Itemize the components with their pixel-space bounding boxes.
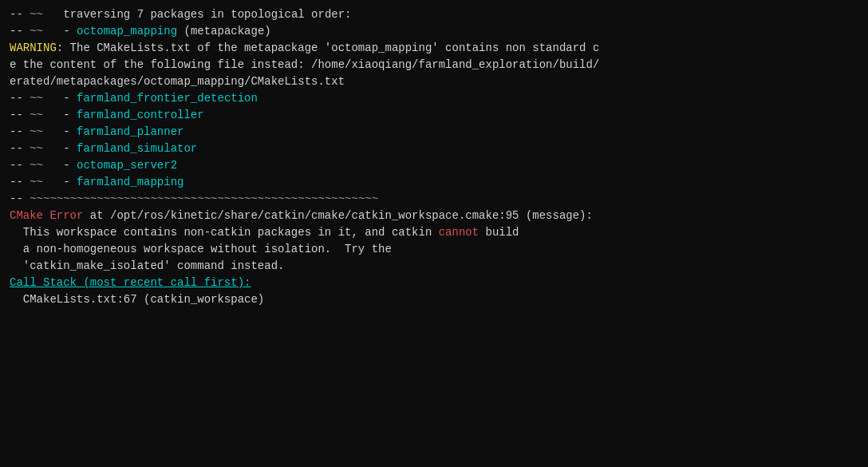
terminal-line: -- ~~ - farmland_simulator <box>10 140 858 157</box>
terminal-line: Call Stack (most recent call first): <box>10 275 858 291</box>
terminal-line: CMakeLists.txt:67 (catkin_workspace) <box>10 291 858 308</box>
terminal-line: -- ~~ traversing 7 packages in topologic… <box>10 6 858 23</box>
terminal-line: e the content of the following file inst… <box>10 57 858 73</box>
terminal-line: CMake Error at /opt/ros/kinetic/share/ca… <box>10 208 858 224</box>
terminal-line: a non-homogeneous workspace without isol… <box>10 241 858 258</box>
terminal-line: -- ~~ - farmland_frontier_detection <box>10 90 858 107</box>
terminal-line: -- ~~~~~~~~~~~~~~~~~~~~~~~~~~~~~~~~~~~~~… <box>10 191 858 208</box>
terminal-line: 'catkin_make_isolated' command instead. <box>10 258 858 275</box>
terminal-line: WARNING: The CMakeLists.txt of the metap… <box>10 40 858 57</box>
terminal-line: -- ~~ - farmland_planner <box>10 124 858 140</box>
terminal-line: -- ~~ - octomap_mapping (metapackage) <box>10 23 858 40</box>
terminal-line: -- ~~ - farmland_controller <box>10 107 858 124</box>
terminal-line: -- ~~ - octomap_server2 <box>10 157 858 174</box>
terminal-line: -- ~~ - farmland_mapping <box>10 174 858 191</box>
terminal-line: This workspace contains non-catkin packa… <box>10 224 858 241</box>
terminal-line: erated/metapackages/octomap_mapping/CMak… <box>10 73 858 90</box>
terminal-output: -- ~~ traversing 7 packages in topologic… <box>0 0 868 467</box>
